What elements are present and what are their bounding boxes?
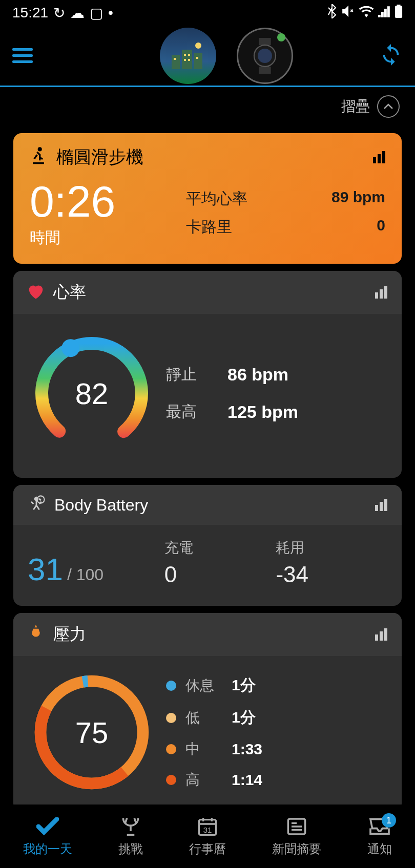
image-icon: ▢	[90, 5, 103, 22]
collapse-label: 摺疊	[341, 97, 370, 116]
activity-row-value: 89 bpm	[331, 188, 385, 209]
stress-value: 75	[28, 668, 156, 796]
stress-value: 1:33	[232, 740, 262, 758]
bb-col-value: -34	[276, 562, 387, 587]
calendar-icon: 31	[196, 815, 219, 838]
stress-row: 休息 1分	[166, 675, 387, 696]
volume-mute-icon	[341, 5, 355, 22]
chart-icon[interactable]	[373, 151, 385, 163]
nav-label: 行事曆	[189, 841, 226, 857]
stress-header: 壓力	[13, 613, 402, 656]
nav-label: 挑戰	[118, 841, 143, 857]
chart-icon[interactable]	[375, 499, 387, 511]
hr-current: 82	[28, 329, 156, 457]
status-time: 15:21	[12, 5, 48, 21]
status-right	[327, 4, 403, 22]
sync-button[interactable]	[379, 43, 403, 69]
toolbar-center	[160, 28, 293, 84]
activity-header: 橢圓滑步機	[13, 133, 402, 174]
stress-value: 1:14	[232, 771, 262, 789]
device-badge[interactable]	[237, 28, 293, 84]
svg-rect-11	[196, 57, 198, 59]
profile-badge[interactable]	[160, 28, 216, 84]
svg-rect-1	[397, 5, 400, 7]
bb-col: 充電 0	[164, 538, 276, 587]
bb-max: / 100	[67, 565, 103, 584]
collapse-button[interactable]	[377, 95, 400, 118]
stress-label: 高	[185, 770, 232, 790]
stress-dot	[166, 713, 176, 723]
svg-rect-8	[188, 54, 190, 56]
stress-label: 低	[185, 708, 232, 728]
svg-point-15	[258, 49, 272, 63]
bb-body: 31 / 100 充電 0 耗用 -34	[13, 525, 402, 606]
chart-icon[interactable]	[375, 286, 387, 299]
svg-rect-7	[184, 54, 186, 56]
stress-label: 休息	[185, 676, 232, 695]
bb-header: Body Battery	[13, 485, 402, 525]
nav-challenges[interactable]: 挑戰	[118, 815, 143, 857]
activity-time-label: 時間	[30, 227, 186, 248]
elliptical-icon	[30, 146, 47, 168]
activity-card[interactable]: 橢圓滑步機 0:26 時間 平均心率 89 bpm 卡路里 0	[13, 133, 402, 264]
nav-notifications[interactable]: 通知 1	[367, 815, 392, 857]
stress-dot	[166, 775, 176, 785]
stress-dot	[166, 744, 176, 754]
hr-title: 心率	[53, 281, 86, 304]
bb-title: Body Battery	[54, 496, 148, 515]
activity-row-label: 平均心率	[186, 188, 247, 209]
svg-rect-12	[259, 38, 271, 45]
svg-rect-13	[259, 67, 271, 74]
bb-col-label: 耗用	[276, 538, 387, 558]
activity-row: 平均心率 89 bpm	[186, 188, 385, 209]
hr-stat-value: 125 bpm	[227, 402, 298, 422]
svg-rect-2	[172, 55, 180, 69]
svg-point-5	[195, 43, 201, 49]
stress-dot	[166, 681, 176, 691]
svg-rect-10	[188, 59, 190, 61]
body-battery-card[interactable]: Body Battery 31 / 100 充電 0 耗用 -34	[13, 485, 402, 606]
collapse-row: 摺疊	[0, 87, 415, 126]
stress-icon	[28, 625, 44, 644]
hr-header: 心率	[13, 271, 402, 314]
activity-time-value: 0:26	[30, 179, 186, 223]
nav-label: 新聞摘要	[272, 841, 321, 857]
sync-icon: ↻	[53, 5, 65, 22]
heart-rate-card[interactable]: 心率 82	[13, 271, 402, 478]
news-icon	[285, 815, 308, 838]
svg-point-16	[38, 147, 42, 151]
stress-row: 中 1:33	[166, 739, 387, 759]
hr-stat-row: 靜止 86 bpm	[166, 364, 387, 385]
dot-icon: •	[108, 5, 113, 21]
hr-stat-label: 最高	[166, 401, 227, 422]
stress-table: 休息 1分 低 1分 中 1:33 高 1:14	[166, 675, 387, 790]
signal-icon	[378, 5, 390, 21]
hr-gauge: 82	[28, 329, 156, 457]
bluetooth-icon	[327, 4, 337, 22]
nav-label: 我的一天	[23, 841, 72, 857]
stress-card[interactable]: 壓力 75 休息 1分 低 1分 中	[13, 613, 402, 812]
menu-button[interactable]	[12, 48, 33, 63]
stress-row: 低 1分	[166, 707, 387, 728]
svg-rect-4	[194, 53, 202, 69]
body-battery-icon	[28, 495, 45, 515]
svg-rect-0	[395, 6, 402, 18]
hr-stat-label: 靜止	[166, 364, 227, 385]
nav-calendar[interactable]: 31 行事曆	[189, 815, 226, 857]
nav-badge: 1	[382, 813, 396, 828]
nav-my-day[interactable]: 我的一天	[23, 815, 72, 857]
bottom-nav: 我的一天 挑戰 31 行事曆 新聞摘要 通知 1	[0, 805, 415, 868]
chart-icon[interactable]	[375, 628, 387, 641]
svg-text:31: 31	[203, 825, 212, 834]
nav-news[interactable]: 新聞摘要	[272, 815, 321, 857]
status-left: 15:21 ↻ ☁ ▢ •	[12, 5, 113, 22]
heart-icon	[28, 284, 44, 301]
stress-title: 壓力	[53, 623, 86, 646]
status-bar: 15:21 ↻ ☁ ▢ •	[0, 0, 415, 26]
activity-row-value: 0	[377, 217, 385, 238]
stress-label: 中	[185, 739, 232, 759]
stress-value: 1分	[232, 675, 256, 696]
stress-donut: 75	[28, 668, 156, 796]
stress-row: 高 1:14	[166, 770, 387, 790]
hr-stats: 靜止 86 bpm 最高 125 bpm	[166, 364, 387, 422]
